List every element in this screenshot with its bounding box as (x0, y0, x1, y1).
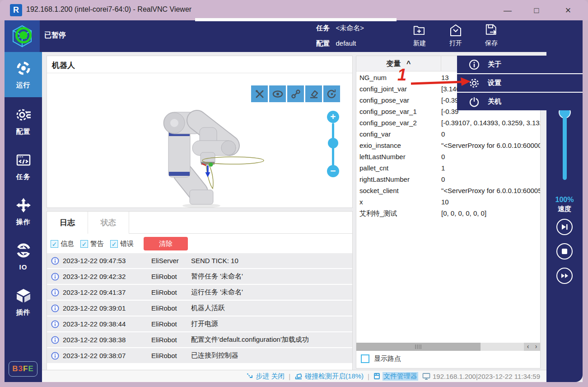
tab-log[interactable]: 日志 (47, 212, 88, 234)
fast-forward-button[interactable] (556, 268, 573, 284)
tools-icon (255, 89, 265, 99)
variable-row[interactable]: rightLastNumber 0 (356, 174, 540, 185)
open-task-button[interactable]: 打开 (439, 22, 472, 51)
log-filter[interactable]: ✓ 信息 (51, 240, 74, 248)
task-label: 任务 (316, 24, 330, 32)
checkbox-checked-icon[interactable]: ✓ (51, 240, 58, 248)
background-window-edge (195, 18, 397, 21)
file-manager-button[interactable]: 文件管理器 (373, 372, 418, 381)
log-message: 配置文件'default.configuration'加载成功 (191, 335, 309, 344)
variable-value: 1 (441, 162, 445, 174)
variable-row[interactable]: config_var 0 (356, 128, 540, 140)
scroll-right-button[interactable]: › (532, 343, 540, 351)
close-button[interactable]: × (558, 4, 579, 17)
log-source: EliRobot (151, 336, 187, 344)
variable-name: config_var (359, 128, 391, 140)
sidebar-item-operate[interactable]: 操作 (5, 189, 42, 234)
variable-value: 0 (441, 174, 445, 185)
sidebar-item-io[interactable]: IO (5, 234, 42, 279)
log-message: 暂停任务 '未命名' (191, 272, 243, 281)
variable-name: config_joint_var (359, 83, 407, 94)
show-waypoints-toggle[interactable]: 显示路点 (361, 354, 401, 363)
step-icon (246, 373, 253, 380)
menu-item-settings[interactable]: 设置 (457, 74, 583, 92)
speed-percent: 100% (546, 196, 583, 204)
log-filter[interactable]: ✓ 错误 (110, 240, 134, 248)
sidebar-item-plugin[interactable]: 插件 (5, 279, 42, 325)
config-gear-icon (15, 107, 32, 123)
about-info-icon (469, 59, 480, 70)
step-play-button[interactable] (556, 219, 573, 235)
log-time: 2023-12-22 09:41:37 (63, 288, 148, 296)
log-source: EliRobot (151, 304, 187, 312)
robot-status-dot (19, 31, 28, 39)
b3fe-logo: B3FE (9, 361, 37, 377)
zoom-slider-handle[interactable] (328, 138, 338, 148)
zoom-out-button[interactable]: − (327, 165, 339, 177)
checkbox-checked-icon[interactable]: ✓ (110, 240, 118, 248)
sidebar-item-task[interactable]: 任务 (5, 144, 42, 189)
io-arrows-icon (15, 242, 32, 259)
sidebar-item-run[interactable]: 运行 (5, 52, 42, 97)
speed-slider-track[interactable] (563, 113, 567, 180)
variable-value: [-0.39 (441, 106, 458, 117)
collapse-caret-icon: ^ (406, 60, 411, 67)
log-filter[interactable]: ✓ 警告 (80, 240, 104, 248)
log-entry: 2023-12-22 09:38:07 EliRobot 已连接到控制器 (47, 348, 352, 363)
variable-value: "<ServerProxy for 6.0.0.10:60005, (441, 185, 541, 196)
erase-button[interactable] (305, 85, 322, 102)
reset-view-button[interactable] (323, 85, 340, 102)
save-task-button[interactable]: 保存 (475, 22, 508, 51)
maximize-button[interactable]: □ (526, 4, 547, 17)
task-row: 任务 <未命名> (316, 24, 364, 33)
collision-icon (294, 373, 303, 380)
save-task-label: 保存 (475, 39, 508, 47)
variable-value: [-0.39 (441, 94, 458, 106)
log-tabbar: 日志 状态 (47, 212, 352, 234)
new-task-label: 新建 (403, 39, 436, 47)
scroll-left-button[interactable]: ‹ (524, 343, 532, 351)
info-icon (51, 257, 59, 265)
checkbox-checked-icon[interactable]: ✓ (80, 240, 88, 248)
config-row: 配置 default (316, 39, 356, 48)
robot-3d-view[interactable] (47, 56, 352, 208)
variable-row[interactable]: pallet_cnt 1 (356, 162, 540, 174)
log-entry: 2023-12-22 09:38:44 EliRobot 打开电源 (47, 316, 352, 331)
variable-row[interactable]: exio_instance "<ServerProxy for 6.0.0.10… (356, 140, 540, 151)
new-task-button[interactable]: 新建 (403, 22, 436, 51)
file-manager-label: 文件管理器 (383, 372, 418, 381)
variable-name: pallet_cnt (359, 162, 388, 174)
variable-row[interactable]: socket_client "<ServerProxy for 6.0.0.10… (356, 185, 540, 196)
collision-detection-toggle[interactable]: 碰撞检测开启(18%) (294, 372, 364, 381)
trajectory-button[interactable] (287, 85, 304, 102)
variable-value: "<ServerProxy for 6.0.0.10:60000, (441, 140, 541, 151)
tools-button[interactable] (251, 85, 268, 102)
minimize-button[interactable]: — (497, 4, 518, 17)
stop-button[interactable] (556, 243, 573, 260)
variable-row[interactable]: config_pose_var_2 [-0.39107, 0.14393, 0.… (356, 117, 540, 128)
zoom-in-button[interactable]: + (327, 111, 339, 123)
tab-status[interactable]: 状态 (88, 212, 129, 234)
task-code-icon (15, 152, 32, 168)
clear-log-button[interactable]: 清除 (144, 237, 188, 250)
sidebar-item-config[interactable]: 配置 (5, 99, 42, 144)
menu-item-about[interactable]: 关于 (457, 56, 583, 73)
stop-icon (562, 249, 567, 254)
horizontal-scrollbar[interactable]: ‹ › (356, 343, 540, 351)
scrollbar-thumb[interactable] (356, 343, 481, 351)
variable-row[interactable]: x 10 (356, 196, 540, 208)
log-source: EliRobot (151, 273, 187, 280)
waypoints-checkbox[interactable] (361, 354, 369, 363)
sidebar-item-label: IO (5, 263, 42, 271)
menu-item-label: 设置 (488, 79, 501, 87)
visibility-button[interactable] (269, 85, 286, 102)
log-source: EliServer (151, 257, 187, 264)
separator: | (289, 373, 290, 380)
menu-item-shutdown[interactable]: 关机 (457, 93, 583, 110)
variable-row[interactable]: leftLastNumber 0 (356, 151, 540, 162)
variable-row[interactable]: 艾利特_测试 [0, 0, 0, 0, 0, 0] (356, 208, 540, 219)
step-mode-toggle[interactable]: 步进 关闭 (246, 372, 285, 381)
log-source: EliRobot (151, 320, 187, 328)
variable-name: leftLastNumber (359, 151, 406, 162)
variable-name: NG_num (359, 72, 387, 83)
